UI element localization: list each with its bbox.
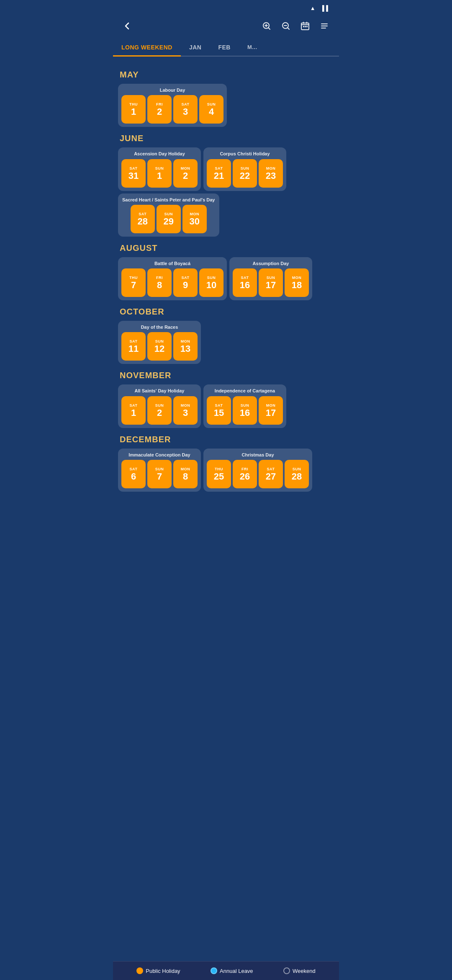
svg-rect-5 — [306, 26, 308, 27]
day-block[interactable]: SAT1 — [121, 396, 146, 425]
day-number: 1 — [157, 171, 162, 181]
day-number: 25 — [214, 472, 224, 481]
month-heading-august: AUGUST — [120, 243, 334, 253]
groups-may: Labour DayTHU1FRI2SAT3SUN4 — [118, 84, 334, 127]
day-label: SUN — [164, 212, 173, 216]
group-title: Ascension Day Holiday — [121, 151, 198, 157]
day-block[interactable]: SUN28 — [285, 460, 309, 488]
day-block[interactable]: SAT21 — [207, 159, 231, 188]
day-block[interactable]: SAT9 — [173, 268, 198, 297]
day-block[interactable]: SAT27 — [259, 460, 283, 488]
leave-dot — [211, 967, 217, 974]
day-block[interactable]: FRI8 — [147, 268, 172, 297]
day-block[interactable]: SUN16 — [233, 396, 257, 425]
day-number: 29 — [164, 217, 174, 226]
day-block[interactable]: SUN22 — [233, 159, 257, 188]
day-block[interactable]: SUN17 — [259, 268, 283, 297]
day-block[interactable]: MON8 — [173, 460, 198, 488]
day-label: SAT — [130, 166, 138, 170]
day-block[interactable]: MON30 — [182, 205, 207, 233]
day-number: 2 — [157, 408, 162, 418]
day-block[interactable]: SUN4 — [199, 95, 223, 124]
day-block[interactable]: FRI2 — [147, 95, 172, 124]
day-number: 18 — [292, 281, 302, 290]
day-block[interactable]: SAT28 — [131, 205, 155, 233]
day-block[interactable]: MON17 — [259, 396, 283, 425]
day-block[interactable]: MON3 — [173, 396, 198, 425]
day-block[interactable]: SAT16 — [233, 268, 257, 297]
day-label: THU — [215, 467, 223, 471]
day-label: SUN — [207, 102, 216, 106]
tab-long-weekend[interactable]: LONG WEEKEND — [113, 39, 181, 56]
day-block[interactable]: SAT15 — [207, 396, 231, 425]
day-block[interactable]: SUN2 — [147, 396, 172, 425]
day-block[interactable]: SAT11 — [121, 332, 146, 361]
day-block[interactable]: MON18 — [285, 268, 309, 297]
legend-leave: Annual Leave — [211, 967, 253, 974]
status-right: ▲ ▐▐ — [310, 5, 331, 11]
group-card: Sacred Heart / Saints Peter and Paul's D… — [118, 193, 219, 237]
day-number: 13 — [180, 344, 190, 353]
group-days: THU25FRI26SAT27SUN28 — [207, 460, 309, 488]
day-number: 2 — [183, 171, 188, 181]
day-label: SAT — [267, 467, 275, 471]
day-block[interactable]: MON13 — [173, 332, 198, 361]
day-block[interactable]: SUN10 — [199, 268, 223, 297]
weekend-label: Weekend — [293, 968, 316, 974]
day-label: SUN — [207, 276, 216, 280]
day-number: 17 — [266, 408, 276, 418]
day-number: 7 — [157, 472, 162, 481]
day-block[interactable]: SUN12 — [147, 332, 172, 361]
day-number: 1 — [131, 408, 136, 418]
day-label: SUN — [241, 403, 249, 407]
month-heading-october: OCTOBER — [120, 307, 334, 317]
group-days: SAT15SUN16MON17 — [207, 396, 283, 425]
group-card: Day of the RacesSAT11SUN12MON13 — [118, 321, 201, 364]
day-block[interactable]: THU25 — [207, 460, 231, 488]
group-card: All Saints' Day HolidaySAT1SUN2MON3 — [118, 384, 201, 428]
day-block[interactable]: SAT3 — [173, 95, 198, 124]
header — [113, 15, 339, 39]
day-number: 9 — [183, 281, 188, 290]
day-label: FRI — [241, 467, 248, 471]
month-heading-november: NOVEMBER — [120, 371, 334, 380]
day-block[interactable]: SUN7 — [147, 460, 172, 488]
day-number: 15 — [214, 408, 224, 418]
group-title: Sacred Heart / Saints Peter and Paul's D… — [121, 197, 216, 203]
zoom-in-button[interactable] — [259, 18, 275, 34]
back-button[interactable] — [120, 18, 135, 34]
day-number: 22 — [240, 171, 250, 181]
group-title: Immaculate Conception Day — [121, 452, 198, 458]
tab-jan[interactable]: JAN — [181, 39, 210, 56]
day-block[interactable]: MON23 — [259, 159, 283, 188]
group-card: Immaculate Conception DaySAT6SUN7MON8 — [118, 449, 201, 492]
day-block[interactable]: SUN1 — [147, 159, 172, 188]
group-card: Corpus Christi HolidaySAT21SUN22MON23 — [203, 147, 286, 191]
day-label: THU — [129, 102, 138, 106]
day-block[interactable]: SAT31 — [121, 159, 146, 188]
zoom-out-button[interactable] — [278, 18, 294, 34]
day-label: MON — [181, 467, 190, 471]
group-title: All Saints' Day Holiday — [121, 388, 198, 394]
group-card: Battle of BoyacáTHU7FRI8SAT9SUN10 — [118, 257, 227, 300]
day-label: SUN — [155, 339, 164, 343]
tab-feb[interactable]: FEB — [210, 39, 239, 56]
day-label: FRI — [156, 102, 163, 106]
day-block[interactable]: SAT6 — [121, 460, 146, 488]
day-label: SUN — [155, 166, 164, 170]
day-block[interactable]: SUN29 — [157, 205, 181, 233]
status-bar: ▲ ▐▐ — [113, 0, 339, 15]
day-block[interactable]: THU1 — [121, 95, 146, 124]
day-block[interactable]: FRI26 — [233, 460, 257, 488]
calendar-button[interactable] — [297, 18, 313, 34]
tab-more[interactable]: M... — [239, 39, 266, 56]
list-button[interactable] — [316, 18, 332, 34]
groups-december: Immaculate Conception DaySAT6SUN7MON8Chr… — [118, 449, 334, 492]
group-days: SAT16SUN17MON18 — [233, 268, 309, 297]
day-label: SAT — [130, 339, 138, 343]
day-block[interactable]: MON2 — [173, 159, 198, 188]
day-number: 8 — [183, 472, 188, 481]
group-card: Christmas DayTHU25FRI26SAT27SUN28 — [203, 449, 312, 492]
day-label: MON — [181, 166, 190, 170]
day-block[interactable]: THU7 — [121, 268, 146, 297]
